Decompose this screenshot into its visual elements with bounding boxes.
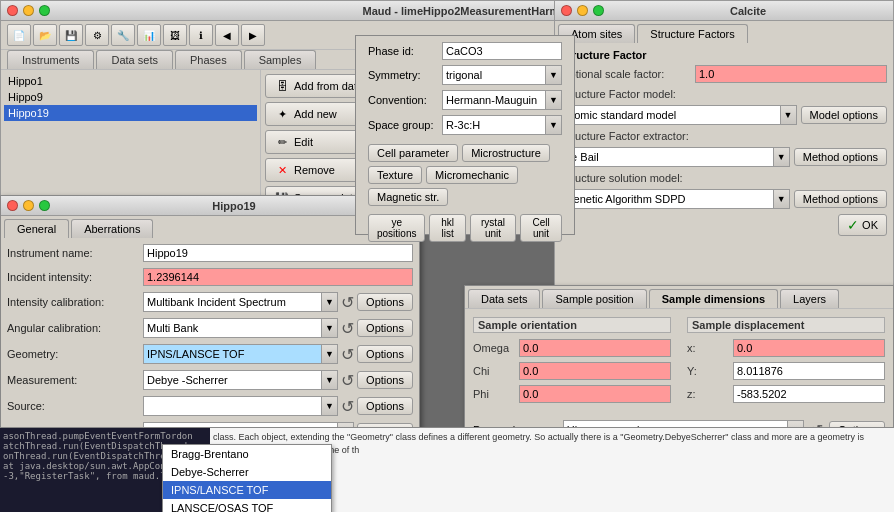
toolbar-btn-5[interactable]: 🔧 bbox=[111, 24, 135, 46]
tab-samples[interactable]: Samples bbox=[244, 50, 317, 69]
ss-model-select[interactable]: Genetic Algorithm SDPD ▼ bbox=[561, 189, 790, 209]
hippo19-max-btn[interactable] bbox=[39, 200, 50, 211]
calcite-ok-button[interactable]: ✓ OK bbox=[838, 214, 887, 236]
source-row: Source: ▼ ↺ Options bbox=[7, 396, 413, 416]
angular-cal-reset-icon[interactable]: ↺ bbox=[341, 319, 354, 338]
hippo19-close-btn[interactable] bbox=[7, 200, 18, 211]
sf-model-options-button[interactable]: Model options bbox=[801, 106, 888, 124]
x-input[interactable] bbox=[733, 339, 885, 357]
symmetry-select[interactable]: trigonal ▼ bbox=[442, 65, 562, 85]
ss-model-options-button[interactable]: Method options bbox=[794, 190, 887, 208]
sf-extractor-options-button[interactable]: Method options bbox=[794, 148, 887, 166]
geometry-dropdown-menu: Bragg-Brentano Debye-Scherrer IPNS/LANSC… bbox=[162, 444, 332, 512]
tab-phases[interactable]: Phases bbox=[175, 50, 242, 69]
symmetry-arrow-icon[interactable]: ▼ bbox=[545, 66, 561, 84]
source-arrow-icon[interactable]: ▼ bbox=[321, 397, 337, 415]
close-btn[interactable] bbox=[7, 5, 18, 16]
intensity-cal-arrow-icon[interactable]: ▼ bbox=[321, 293, 337, 311]
y-input[interactable] bbox=[733, 362, 885, 380]
toolbar-btn-4[interactable]: ⚙ bbox=[85, 24, 109, 46]
toolbar-btn-nav-right[interactable]: ▶ bbox=[241, 24, 265, 46]
sf-extractor-select[interactable]: Le Bail ▼ bbox=[561, 147, 790, 167]
hippo19-tab-general[interactable]: General bbox=[4, 219, 69, 238]
panel-tab-datasets[interactable]: Data sets bbox=[468, 289, 540, 308]
sample-displacement-section: Sample displacement x: Y: z: bbox=[687, 317, 885, 408]
source-select[interactable]: ▼ bbox=[143, 396, 338, 416]
toolbar-btn-8[interactable]: ℹ bbox=[189, 24, 213, 46]
calcite-tab-structure-factors[interactable]: Structure Factors bbox=[637, 24, 747, 43]
toolbar-btn-2[interactable]: 📂 bbox=[33, 24, 57, 46]
cell-parameter-button[interactable]: Cell parameter bbox=[368, 144, 458, 162]
spacegroup-select[interactable]: R-3c:H ▼ bbox=[442, 115, 562, 135]
toolbar-btn-3[interactable]: 💾 bbox=[59, 24, 83, 46]
hippo19-tab-aberrations[interactable]: Aberrations bbox=[71, 219, 153, 238]
ss-model-arrow-icon[interactable]: ▼ bbox=[773, 190, 789, 208]
calcite-close-btn[interactable] bbox=[561, 5, 572, 16]
cell-unit-button[interactable]: Cell unit bbox=[520, 214, 562, 242]
omega-input[interactable] bbox=[519, 339, 671, 357]
panel-tab-layers[interactable]: Layers bbox=[780, 289, 839, 308]
chi-input[interactable] bbox=[519, 362, 671, 380]
micromechanic-button[interactable]: Micromechanic bbox=[426, 166, 518, 184]
geometry-reset-icon[interactable]: ↺ bbox=[341, 345, 354, 364]
source-options-button[interactable]: Options bbox=[357, 397, 413, 415]
z-input[interactable] bbox=[733, 385, 885, 403]
dropdown-item-debye[interactable]: Debye-Scherrer bbox=[163, 463, 331, 481]
measurement-options-button[interactable]: Options bbox=[357, 371, 413, 389]
dropdown-item-lansce[interactable]: LANSCE/QSAS TOF bbox=[163, 499, 331, 512]
bottom-panel: asonThread.pumpEventEventFormTordon atch… bbox=[0, 427, 894, 512]
dropdown-item-bragg[interactable]: Bragg-Brentano bbox=[163, 445, 331, 463]
hippo19-min-btn[interactable] bbox=[23, 200, 34, 211]
minimize-btn[interactable] bbox=[23, 5, 34, 16]
sample-item-hippo9[interactable]: Hippo9 bbox=[4, 89, 257, 105]
measurement-arrow-icon[interactable]: ▼ bbox=[321, 371, 337, 389]
toolbar-btn-1[interactable]: 📄 bbox=[7, 24, 31, 46]
crystal-unit-button[interactable]: rystal unit bbox=[470, 214, 516, 242]
source-reset-icon[interactable]: ↺ bbox=[341, 397, 354, 416]
dropdown-item-ipns[interactable]: IPNS/LANSCE TOF bbox=[163, 481, 331, 499]
geometry-options-button[interactable]: Options bbox=[357, 345, 413, 363]
sf-extractor-row: Le Bail ▼ Method options bbox=[561, 147, 887, 167]
angular-cal-select[interactable]: Multi Bank ▼ bbox=[143, 318, 338, 338]
angular-cal-arrow-icon[interactable]: ▼ bbox=[321, 319, 337, 337]
measurement-reset-icon[interactable]: ↺ bbox=[341, 371, 354, 390]
geometry-arrow-icon[interactable]: ▼ bbox=[321, 345, 337, 363]
phase-id-input[interactable] bbox=[442, 42, 562, 60]
optional-scale-input[interactable] bbox=[695, 65, 887, 83]
sf-extractor-arrow-icon[interactable]: ▼ bbox=[773, 148, 789, 166]
panel-tab-sample-dims[interactable]: Sample dimensions bbox=[649, 289, 778, 308]
magnetic-str-button[interactable]: Magnetic str. bbox=[368, 188, 448, 206]
measurement-select[interactable]: Debye -Scherrer ▼ bbox=[143, 370, 338, 390]
phase-bottom-btns: ye positions hkl list rystal unit Cell u… bbox=[362, 210, 568, 246]
calcite-max-btn[interactable] bbox=[593, 5, 604, 16]
toolbar-btn-6[interactable]: 📊 bbox=[137, 24, 161, 46]
phi-input[interactable] bbox=[519, 385, 671, 403]
convention-arrow-icon[interactable]: ▼ bbox=[545, 91, 561, 109]
intensity-cal-options-button[interactable]: Options bbox=[357, 293, 413, 311]
intensity-cal-select[interactable]: Multibank Incident Spectrum ▼ bbox=[143, 292, 338, 312]
sample-item-hippo19[interactable]: Hippo19 bbox=[4, 105, 257, 121]
tab-instruments[interactable]: Instruments bbox=[7, 50, 94, 69]
calcite-min-btn[interactable] bbox=[577, 5, 588, 16]
spacegroup-arrow-icon[interactable]: ▼ bbox=[545, 116, 561, 134]
hkl-list-button[interactable]: hkl list bbox=[429, 214, 465, 242]
sf-model-arrow-icon[interactable]: ▼ bbox=[780, 106, 796, 124]
microstructure-button[interactable]: Microstructure bbox=[462, 144, 550, 162]
angular-cal-options-button[interactable]: Options bbox=[357, 319, 413, 337]
sf-model-select[interactable]: atomic standard model ▼ bbox=[561, 105, 797, 125]
geometry-select[interactable]: IPNS/LANSCE TOF ▼ bbox=[143, 344, 338, 364]
measurement-combo: Debye -Scherrer ▼ ↺ Options bbox=[143, 370, 413, 390]
texture-button[interactable]: Texture bbox=[368, 166, 422, 184]
convention-select[interactable]: Hermann-Mauguin ▼ bbox=[442, 90, 562, 110]
toolbar-btn-nav-left[interactable]: ◀ bbox=[215, 24, 239, 46]
sample-item-hippo1[interactable]: Hippo1 bbox=[4, 73, 257, 89]
incident-intensity-input[interactable] bbox=[143, 268, 413, 286]
optional-scale-row: Optional scale factor: bbox=[561, 65, 887, 83]
ss-model-label-row: Structure solution model: bbox=[561, 172, 887, 184]
ye-positions-button[interactable]: ye positions bbox=[368, 214, 425, 242]
panel-tab-sample-position[interactable]: Sample position bbox=[542, 289, 646, 308]
maximize-btn[interactable] bbox=[39, 5, 50, 16]
toolbar-btn-7[interactable]: 🖼 bbox=[163, 24, 187, 46]
tab-datasets[interactable]: Data sets bbox=[96, 50, 172, 69]
intensity-cal-reset-icon[interactable]: ↺ bbox=[341, 293, 354, 312]
